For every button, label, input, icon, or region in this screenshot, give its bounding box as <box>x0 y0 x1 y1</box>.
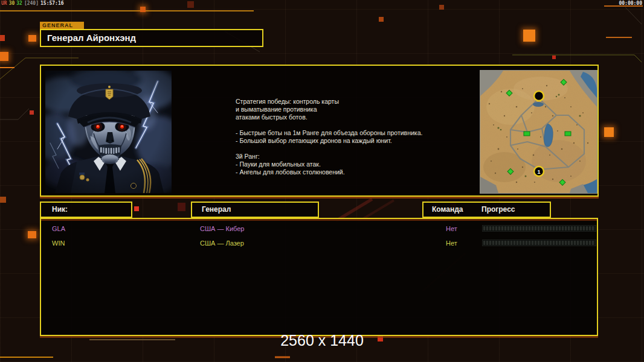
decor-square <box>178 203 185 211</box>
decor-square <box>30 110 34 115</box>
resolution-label: 2560 x 1440 <box>0 332 644 349</box>
debug-value: 32 <box>16 1 22 6</box>
debug-ur: UR <box>1 1 7 6</box>
general-title: Генерал Айронхэнд <box>41 30 262 46</box>
header-team-progress-box: Команда Прогресс <box>422 202 551 218</box>
header-progress: Прогресс <box>481 203 515 217</box>
spawn-number: 1 <box>537 169 540 175</box>
progress-bar <box>482 240 596 246</box>
debug-clock: 15:57:16 <box>40 1 64 6</box>
player-team: Нет <box>446 222 457 235</box>
decor-square <box>0 35 5 41</box>
decor-square <box>0 52 8 61</box>
decor-square <box>604 127 614 137</box>
players-panel: GLA США — Кибер Нет WIN США — Лазер Нет <box>40 218 598 336</box>
tab-general[interactable]: GENERAL <box>40 22 84 29</box>
decor-square <box>523 30 535 42</box>
player-general: США — Кибер <box>200 222 244 235</box>
player-nick: GLA <box>52 222 65 235</box>
decor-square <box>0 197 6 203</box>
progress-bar <box>482 225 596 232</box>
player-row[interactable]: WIN США — Лазер Нет <box>41 237 597 250</box>
header-nick: Ник: <box>52 203 68 217</box>
decor-square <box>28 35 36 42</box>
decor-square <box>140 7 146 12</box>
decor-square <box>134 206 139 211</box>
strategy-text: Стратегия победы: контроль карты и вымат… <box>236 98 444 176</box>
decor-square <box>187 1 194 8</box>
decor-square <box>379 17 384 22</box>
header-general-box: Генерал <box>191 202 319 218</box>
player-general: США — Лазер <box>200 237 244 250</box>
debug-overlay: UR3032[240]15:57:16 <box>1 1 66 6</box>
debug-fps: 30 <box>9 1 15 6</box>
header-general: Генерал <box>202 203 231 217</box>
spawn-top <box>534 91 544 101</box>
debug-cap: [240] <box>24 1 39 6</box>
player-team: Нет <box>446 237 457 250</box>
player-nick: WIN <box>52 237 65 250</box>
general-portrait <box>45 71 172 193</box>
general-title-box: Генерал Айронхэнд <box>40 29 263 47</box>
decor-square <box>28 231 36 238</box>
lobby-screen: UR3032[240]15:57:16 00:00:00 GENERAL Ген… <box>0 0 644 362</box>
decor-square <box>439 5 444 10</box>
header-team: Команда <box>432 203 463 217</box>
match-timer: 00:00:00 <box>619 1 642 6</box>
player-row[interactable]: GLA США — Кибер Нет <box>41 222 597 235</box>
general-info-panel: Стратегия победы: контроль карты и вымат… <box>40 65 599 197</box>
minimap[interactable]: 1 <box>480 70 597 194</box>
header-nick-box: Ник: <box>40 202 132 218</box>
decor-square <box>552 56 556 59</box>
